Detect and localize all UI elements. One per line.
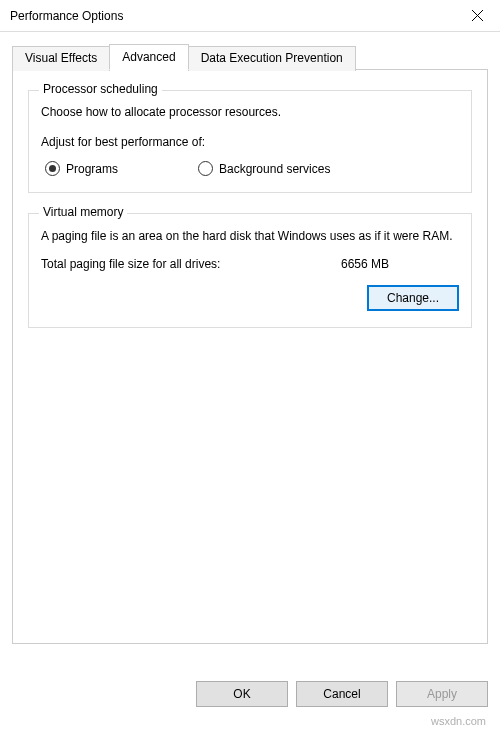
radio-icon xyxy=(198,161,213,176)
group-legend: Virtual memory xyxy=(39,205,127,219)
tab-strip: Visual Effects Advanced Data Execution P… xyxy=(12,44,488,69)
tab-label: Advanced xyxy=(122,50,175,64)
tab-visual-effects[interactable]: Visual Effects xyxy=(12,46,110,71)
close-icon xyxy=(472,10,483,21)
radio-icon xyxy=(45,161,60,176)
tab-label: Visual Effects xyxy=(25,51,97,65)
radio-label: Programs xyxy=(66,162,118,176)
window-title: Performance Options xyxy=(10,9,123,23)
processor-description: Choose how to allocate processor resourc… xyxy=(41,105,459,119)
tab-advanced[interactable]: Advanced xyxy=(109,44,188,70)
watermark: wsxdn.com xyxy=(431,715,486,727)
tab-dep[interactable]: Data Execution Prevention xyxy=(188,46,356,71)
titlebar: Performance Options xyxy=(0,0,500,32)
paging-size-label: Total paging file size for all drives: xyxy=(41,257,341,271)
radio-background-services[interactable]: Background services xyxy=(198,161,330,176)
paging-size-row: Total paging file size for all drives: 6… xyxy=(41,257,459,271)
tab-label: Data Execution Prevention xyxy=(201,51,343,65)
virtual-memory-group: Virtual memory A paging file is an area … xyxy=(28,213,472,328)
radio-group: Programs Background services xyxy=(41,161,459,176)
close-button[interactable] xyxy=(454,0,500,32)
group-legend: Processor scheduling xyxy=(39,82,162,96)
virtual-memory-description: A paging file is an area on the hard dis… xyxy=(41,228,459,245)
ok-button[interactable]: OK xyxy=(196,681,288,707)
apply-button[interactable]: Apply xyxy=(396,681,488,707)
tab-panel-advanced: Processor scheduling Choose how to alloc… xyxy=(12,69,488,644)
adjust-label: Adjust for best performance of: xyxy=(41,135,459,149)
dialog-buttons: OK Cancel Apply xyxy=(196,681,488,707)
processor-scheduling-group: Processor scheduling Choose how to alloc… xyxy=(28,90,472,193)
cancel-button[interactable]: Cancel xyxy=(296,681,388,707)
paging-size-value: 6656 MB xyxy=(341,257,389,271)
change-button[interactable]: Change... xyxy=(367,285,459,311)
radio-label: Background services xyxy=(219,162,330,176)
radio-programs[interactable]: Programs xyxy=(45,161,118,176)
